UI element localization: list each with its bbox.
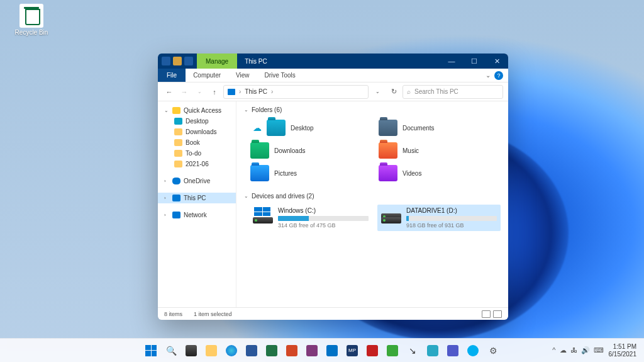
sidebar-this-pc[interactable]: ›This PC	[158, 193, 236, 203]
status-bar: 8 items 1 item selected	[158, 307, 508, 320]
edge-icon[interactable]	[223, 342, 240, 359]
drive-d[interactable]: DATADRIVE1 (D:) 918 GB free of 931 GB	[377, 205, 501, 231]
drive-c-name: Windows (C:)	[278, 207, 369, 214]
app-icon-mp[interactable]: MP	[344, 342, 360, 359]
breadcrumb-root[interactable]: This PC	[245, 88, 267, 95]
input-tray-icon[interactable]: ⌨	[594, 346, 604, 354]
task-view-button[interactable]	[183, 342, 199, 359]
network-icon	[172, 212, 180, 218]
sidebar-quick-access[interactable]: ⌄Quick Access	[158, 105, 236, 116]
ribbon-file[interactable]: File	[158, 69, 186, 82]
drive-d-name: DATADRIVE1 (D:)	[406, 207, 497, 214]
quick-access-toolbar[interactable]	[158, 57, 197, 65]
music-folder-icon	[379, 142, 397, 159]
sidebar-onedrive[interactable]: ›OneDrive	[158, 176, 236, 186]
ribbon-view[interactable]: View	[228, 69, 257, 82]
folder-documents[interactable]: Documents	[377, 117, 501, 139]
volume-tray-icon[interactable]: 🔊	[581, 346, 590, 354]
recycle-bin[interactable]: Recycle Bin	[11, 4, 52, 36]
app-icon-arrow[interactable]: ↘	[404, 342, 421, 359]
drive-c-usage-bar	[278, 216, 369, 221]
folder-pictures[interactable]: Pictures	[249, 162, 372, 184]
folder-icon	[174, 139, 182, 146]
pictures-folder-icon	[250, 165, 269, 181]
search-input[interactable]: ⌕ Search This PC	[402, 85, 503, 99]
help-icon[interactable]: ?	[494, 71, 503, 80]
folders-group-header[interactable]: ⌄Folders (6)	[244, 104, 501, 116]
status-selected: 1 item selected	[194, 311, 232, 317]
search-placeholder: Search This PC	[414, 88, 458, 95]
sidebar-item-downloads[interactable]: Downloads	[158, 127, 236, 137]
view-large-icon[interactable]	[493, 310, 502, 318]
folder-music[interactable]: Music	[377, 140, 501, 161]
desktop-icon	[174, 118, 182, 125]
start-button[interactable]	[143, 342, 159, 359]
nav-back[interactable]: ←	[163, 86, 175, 98]
onenote-icon[interactable]	[304, 342, 320, 359]
drive-c-icon	[253, 207, 273, 223]
clock-date: 6/15/2021	[609, 351, 637, 358]
powerpoint-icon[interactable]	[284, 342, 300, 359]
app-icon-green[interactable]	[384, 342, 401, 359]
skype-icon[interactable]	[465, 342, 481, 359]
search-icon: ⌕	[407, 88, 411, 95]
folder-downloads[interactable]: Downloads	[249, 140, 372, 161]
drives-group-header[interactable]: ⌄Devices and drives (2)	[244, 190, 501, 202]
settings-icon[interactable]: ⚙	[485, 342, 501, 359]
breadcrumb[interactable]: › This PC ›	[223, 85, 369, 99]
drive-c[interactable]: Windows (C:) 314 GB free of 475 GB	[249, 205, 372, 231]
titlebar[interactable]: Manage This PC ― ☐ ✕	[158, 54, 508, 69]
nav-up[interactable]: ↑	[208, 86, 221, 98]
breadcrumb-dropdown[interactable]: ⌄	[371, 86, 384, 98]
manage-tab[interactable]: Manage	[197, 54, 237, 69]
view-details-icon[interactable]	[482, 310, 491, 318]
sidebar-item-todo[interactable]: To-do	[158, 148, 236, 159]
sidebar-network[interactable]: ›Network	[158, 210, 236, 220]
drive-d-usage-bar	[406, 216, 497, 221]
navigation-pane: ⌄Quick Access Desktop Downloads Book To-…	[158, 101, 236, 307]
system-tray[interactable]: ^ ☁ 🖧 🔊 ⌨ 1:51 PM 6/15/2021	[545, 343, 644, 358]
recycle-bin-icon	[19, 4, 43, 28]
file-explorer-taskbar-icon[interactable]	[203, 342, 219, 359]
excel-icon[interactable]	[264, 342, 280, 359]
sidebar-item-2021-06[interactable]: 2021-06	[158, 159, 236, 169]
close-button[interactable]: ✕	[486, 54, 508, 69]
tray-chevron-icon[interactable]: ^	[552, 346, 555, 354]
drive-d-icon	[381, 207, 401, 223]
maximize-button[interactable]: ☐	[463, 54, 486, 69]
sidebar-item-book[interactable]: Book	[158, 137, 236, 148]
documents-folder-icon	[379, 120, 397, 136]
onedrive-tray-icon[interactable]: ☁	[560, 346, 567, 354]
nav-forward[interactable]: →	[178, 86, 191, 98]
recycle-bin-label: Recycle Bin	[11, 29, 52, 36]
drive-d-free: 918 GB free of 931 GB	[406, 222, 497, 229]
app-icon-red[interactable]	[364, 342, 380, 359]
outlook-icon[interactable]	[324, 342, 340, 359]
sidebar-item-desktop[interactable]: Desktop	[158, 116, 236, 127]
taskbar-clock[interactable]: 1:51 PM 6/15/2021	[609, 343, 637, 358]
network-tray-icon[interactable]: 🖧	[570, 346, 577, 354]
app-icon-cyan[interactable]	[425, 342, 441, 359]
status-items: 8 items	[164, 311, 182, 317]
word-icon[interactable]	[243, 342, 260, 359]
minimize-button[interactable]: ―	[440, 54, 463, 69]
ribbon-drive-tools[interactable]: Drive Tools	[257, 69, 303, 82]
ribbon-expand-icon[interactable]: ⌄	[486, 72, 491, 79]
search-button[interactable]: 🔍	[163, 342, 179, 359]
folder-desktop[interactable]: ☁ Desktop	[249, 117, 372, 139]
ribbon-computer[interactable]: Computer	[186, 69, 228, 82]
desktop-folder-icon	[267, 120, 286, 136]
folder-icon	[174, 128, 182, 135]
folder-videos[interactable]: Videos	[377, 162, 501, 184]
onedrive-icon	[172, 178, 180, 184]
taskbar: 🔍 MP ↘ ⚙ ^ ☁ 🖧 🔊 ⌨ 1:51 PM 6/15/2021	[0, 338, 644, 362]
folder-icon	[174, 161, 182, 167]
teams-icon[interactable]	[445, 342, 461, 359]
explorer-window: Manage This PC ― ☐ ✕ File Computer View …	[158, 54, 508, 320]
downloads-folder-icon	[250, 142, 269, 159]
nav-recent[interactable]: ⌄	[193, 86, 206, 98]
refresh-button[interactable]: ↻	[387, 86, 400, 98]
address-bar: ← → ⌄ ↑ › This PC › ⌄ ↻ ⌕ Search This PC	[158, 82, 508, 101]
cloud-sync-icon: ☁	[253, 123, 262, 133]
videos-folder-icon	[379, 165, 397, 181]
